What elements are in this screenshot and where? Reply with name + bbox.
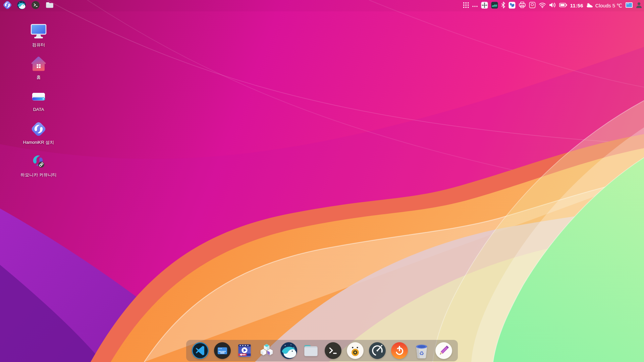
desktop-icon-home[interactable]: 홈: [17, 53, 60, 86]
panel-launchers: [0, 1, 55, 11]
whale-browser-icon: [280, 342, 298, 359]
whale-browser-launcher[interactable]: [16, 1, 26, 11]
file-manager-icon: [302, 342, 320, 359]
wifi-icon: [539, 2, 546, 9]
dock: ♻: [186, 340, 458, 361]
bluetooth-icon: [501, 2, 505, 10]
peek-recorder-icon: [346, 342, 364, 359]
desktop-icon-data-drive[interactable]: DATA: [17, 86, 60, 118]
app-grid-icon: [463, 2, 469, 9]
printer-icon: [519, 2, 526, 10]
power-icon: [391, 342, 408, 359]
system-gauge-icon: [369, 342, 386, 359]
file-manager-launcher[interactable]: [45, 1, 55, 11]
desktop-icon-computer[interactable]: 컴퓨터: [17, 21, 60, 53]
dock-item-system-gauge[interactable]: [369, 342, 386, 359]
text-editor-pencil-icon: [435, 342, 452, 359]
dock-item-trash[interactable]: ♻: [413, 342, 430, 359]
battery-tray[interactable]: [559, 1, 567, 11]
display-icon: [625, 2, 633, 9]
terminal-icon: [31, 1, 40, 11]
network-tray[interactable]: [539, 1, 546, 11]
dock-item-text-editor[interactable]: [435, 342, 452, 359]
dock-item-terminal[interactable]: [324, 342, 342, 359]
folder-icon: [45, 0, 54, 11]
community-link-icon: [30, 151, 47, 170]
desktop-icon-label: DATA: [33, 107, 44, 112]
move-tool-tray[interactable]: [481, 1, 488, 11]
move-tool-icon: [481, 2, 488, 10]
desktop-icon-label: 하모니카 커뮤니티: [20, 172, 57, 178]
vscode-icon: [192, 342, 209, 359]
input-method-butterfly-icon: [508, 2, 516, 10]
cloud-icon: [586, 2, 594, 9]
system-monitor-wave-icon: [491, 2, 498, 10]
tray-overflow-button[interactable]: [472, 1, 478, 11]
display-settings-tray[interactable]: [625, 1, 633, 11]
dock-item-whale-browser[interactable]: [280, 342, 298, 359]
home-house-icon: [30, 53, 47, 73]
user-icon: [636, 2, 642, 10]
top-panel: 11:56 Clouds 5 ℃: [0, 0, 644, 11]
trash-icon: ♻: [413, 342, 430, 359]
clock-text: 11:56: [570, 1, 583, 11]
desktop-icon-label: HamoniKR 설치: [23, 139, 54, 145]
computer-monitor-icon: [30, 21, 48, 40]
volume-icon: [549, 2, 556, 9]
hard-drive-icon: [30, 86, 47, 105]
desktop-icon-community[interactable]: 하모니카 커뮤니티: [17, 151, 60, 183]
system-monitor-tray[interactable]: [491, 1, 498, 11]
input-method-tray[interactable]: [508, 1, 516, 11]
overflow-ellipsis-icon: [472, 3, 478, 9]
desktop-icon-label: 컴퓨터: [32, 42, 45, 48]
weather-applet[interactable]: Clouds 5 ℃: [586, 1, 622, 11]
desktop-icon-label: 홈: [37, 74, 41, 80]
weather-text: Clouds 5 ℃: [595, 1, 622, 11]
bluetooth-tray[interactable]: [501, 1, 505, 11]
dock-item-virtual-keyboard[interactable]: [214, 342, 231, 359]
clock-applet[interactable]: 11:56: [570, 1, 583, 11]
dock-item-vscode[interactable]: [192, 342, 209, 359]
battery-icon: [559, 3, 567, 9]
wallpaper: [0, 0, 644, 362]
whale-browser-icon: [17, 0, 26, 11]
dock-item-boxes[interactable]: [258, 342, 275, 359]
scanner-device-icon: [529, 2, 536, 10]
dock-item-power[interactable]: [391, 342, 408, 359]
app-grid-button[interactable]: [463, 1, 469, 11]
video-player-icon: [236, 342, 253, 359]
boxes-icon: [258, 342, 275, 359]
desktop-icon-column: 컴퓨터 홈 DATA: [17, 21, 60, 183]
dock-item-video-player[interactable]: [236, 342, 253, 359]
svg-text:♻: ♻: [419, 350, 424, 357]
terminal-icon: [324, 342, 342, 359]
hamonikr-installer-icon: [30, 118, 47, 138]
dock-item-peek-recorder[interactable]: [346, 342, 364, 359]
scanner-device-tray[interactable]: [529, 1, 536, 11]
printer-tray[interactable]: [519, 1, 526, 11]
virtual-keyboard-icon: [214, 342, 231, 359]
user-applet[interactable]: [636, 1, 642, 11]
volume-tray[interactable]: [549, 1, 556, 11]
hamonikr-logo-icon: [2, 0, 12, 11]
hamonikr-menu-button[interactable]: [2, 1, 12, 11]
dock-item-file-manager[interactable]: [302, 342, 320, 359]
desktop-icon-installer[interactable]: HamoniKR 설치: [17, 118, 60, 151]
system-tray: 11:56 Clouds 5 ℃: [463, 1, 644, 11]
terminal-launcher[interactable]: [31, 1, 41, 11]
desktop-screen: { "panel": { "launchers": [ {"name": "ha…: [0, 0, 644, 362]
